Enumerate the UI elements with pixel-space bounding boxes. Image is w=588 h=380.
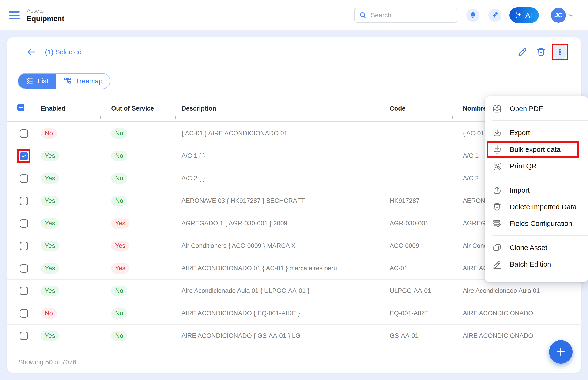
- row-checkbox[interactable]: [20, 197, 28, 205]
- enabled-cell: Yes: [34, 263, 104, 274]
- row-checkbox[interactable]: [20, 309, 28, 318]
- rocket-button[interactable]: [488, 9, 502, 22]
- chevron-down-icon[interactable]: [568, 12, 574, 18]
- out-of-service-badge: No: [111, 331, 127, 341]
- out-of-service-cell: Yes: [104, 263, 174, 274]
- out-of-service-badge: Yes: [111, 218, 129, 229]
- enabled-badge: Yes: [41, 263, 59, 274]
- row-checkbox-cell: [14, 235, 34, 257]
- nombre-cell: AIRE ACONDICIONADO: [456, 332, 574, 340]
- delete-imported-icon: [492, 202, 502, 212]
- column-header-code[interactable]: Code: [383, 101, 456, 112]
- menu-item-import[interactable]: Import: [485, 182, 588, 198]
- avatar[interactable]: JC: [551, 8, 566, 23]
- menu-item-batch-edition[interactable]: Batch Edition: [485, 256, 588, 272]
- description-cell: AIRE ACONDICIONADO { EQ-001-AIRE }: [174, 310, 383, 317]
- row-checkbox-cell: [14, 190, 34, 212]
- select-all-checkbox[interactable]: [17, 104, 24, 111]
- column-header-description[interactable]: Description: [174, 101, 383, 112]
- table-row: YesNoAire Acondicionado Aula 01 { ULPGC-…: [7, 280, 581, 302]
- bulk-export-icon: [492, 144, 502, 155]
- enabled-badge: Yes: [41, 241, 59, 251]
- menu-item-open-pdf[interactable]: Open PDF: [485, 100, 588, 117]
- add-asset-fab[interactable]: [549, 340, 572, 364]
- menu-item-label: Print QR: [510, 162, 537, 170]
- out-of-service-cell: No: [104, 331, 174, 341]
- hamburger-menu-icon[interactable]: [9, 11, 20, 19]
- back-button[interactable]: [26, 47, 37, 57]
- row-checkbox-cell: [14, 167, 34, 190]
- enabled-badge: Yes: [41, 285, 59, 296]
- row-checkbox[interactable]: [20, 264, 28, 273]
- delete-button[interactable]: [534, 44, 549, 59]
- rocket-icon: [491, 11, 499, 19]
- row-checkbox[interactable]: [20, 219, 28, 228]
- list-tab-label: List: [38, 77, 48, 85]
- ai-assistant-button[interactable]: AI: [509, 7, 539, 23]
- pencil-icon: [517, 47, 528, 57]
- menu-item-label: Open PDF: [510, 105, 543, 113]
- tab-treemap-view[interactable]: Treemap: [56, 74, 110, 89]
- description-cell: { AC-01 } AIRE ACONDICIONADO 01: [174, 130, 383, 137]
- enabled-badge: Yes: [41, 173, 59, 184]
- menu-divider: [492, 120, 588, 121]
- enabled-badge: Yes: [41, 331, 59, 341]
- treemap-tab-label: Treemap: [76, 77, 102, 85]
- column-resize-handle[interactable]: [98, 116, 101, 119]
- more-options-button[interactable]: [552, 44, 567, 59]
- menu-item-fields-configuration[interactable]: Fields Configuration: [485, 215, 588, 232]
- clone-icon: [492, 243, 502, 253]
- row-checkbox-cell: [14, 302, 34, 324]
- context-menu-list: Open PDFExportBulk export dataPrint QRIm…: [485, 100, 588, 272]
- enabled-cell: Yes: [34, 241, 104, 251]
- enabled-cell: Yes: [34, 151, 104, 161]
- enabled-cell: Yes: [34, 285, 104, 296]
- out-of-service-cell: No: [104, 151, 174, 161]
- column-resize-handle[interactable]: [449, 116, 453, 119]
- column-resize-handle[interactable]: [377, 116, 380, 119]
- edit-button[interactable]: [515, 44, 530, 59]
- column-header-out-of-service[interactable]: Out of Service: [104, 101, 174, 112]
- out-of-service-badge: No: [111, 151, 127, 161]
- menu-item-label: Export: [510, 129, 530, 137]
- description-cell: AIRE ACONDICIONADO 01 { AC-01 } marca ai…: [174, 265, 383, 272]
- menu-item-clone-asset[interactable]: Clone Asset: [485, 239, 588, 256]
- open-pdf-icon: [492, 104, 502, 114]
- row-checkbox[interactable]: [20, 174, 28, 183]
- menu-item-print-qr[interactable]: Print QR: [485, 158, 588, 174]
- column-header-enabled[interactable]: Enabled: [34, 101, 104, 112]
- menu-item-label: Bulk export data: [510, 146, 561, 153]
- notifications-button[interactable]: [466, 9, 479, 22]
- menu-item-bulk-export-data[interactable]: Bulk export data: [485, 141, 588, 158]
- tab-list-view[interactable]: List: [18, 74, 56, 89]
- out-of-service-cell: No: [104, 285, 174, 296]
- export-icon: [492, 128, 502, 138]
- row-checkbox[interactable]: [20, 129, 28, 138]
- row-checkbox-cell: [14, 257, 34, 280]
- title-block: Assets Equipment: [27, 7, 64, 23]
- enabled-badge: Yes: [41, 151, 59, 161]
- row-checkbox[interactable]: [20, 152, 28, 160]
- out-of-service-cell: Yes: [104, 218, 174, 229]
- description-cell: Air Conditioners { ACC-0009 } MARCA X: [174, 242, 383, 249]
- enabled-badge: No: [41, 308, 57, 319]
- column-resize-handle[interactable]: [173, 116, 176, 119]
- search-box[interactable]: [354, 8, 457, 23]
- bell-icon: [469, 12, 477, 19]
- row-checkbox[interactable]: [20, 242, 28, 250]
- menu-item-label: Clone Asset: [510, 244, 547, 252]
- menu-item-delete-imported-data[interactable]: Delete Imported Data: [485, 198, 588, 215]
- row-checkbox-cell: [14, 122, 34, 145]
- search-input[interactable]: [371, 12, 453, 19]
- ai-button-label: AI: [526, 11, 532, 19]
- description-cell: Aire Acondicionado Aula 01 { ULPGC-AA-01…: [174, 287, 383, 294]
- arrow-left-icon: [26, 47, 37, 57]
- row-checkbox[interactable]: [20, 287, 28, 295]
- menu-item-export[interactable]: Export: [485, 124, 588, 141]
- row-checkbox[interactable]: [20, 332, 28, 340]
- action-bar: (1) Selected: [7, 44, 581, 59]
- import-icon: [492, 185, 502, 195]
- table-footer: Showing 50 of 7076: [7, 347, 581, 366]
- enabled-cell: No: [34, 308, 104, 319]
- menu-item-label: Fields Configuration: [510, 220, 572, 228]
